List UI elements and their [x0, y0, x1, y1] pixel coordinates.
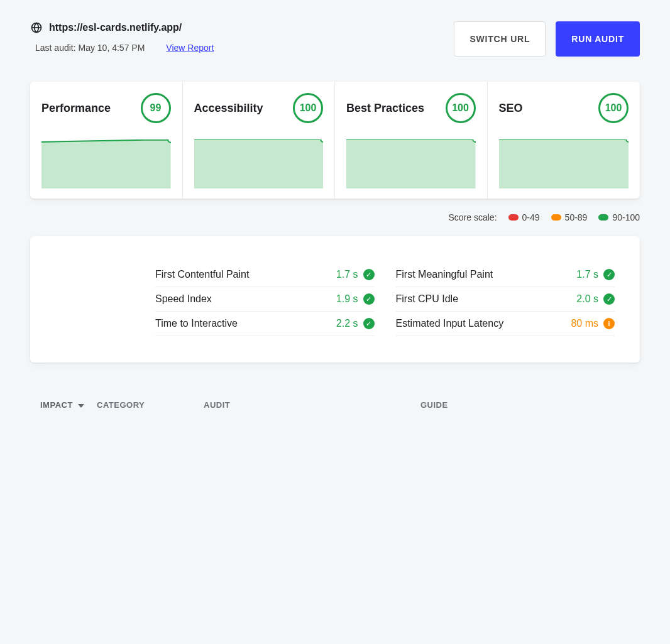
svg-marker-5	[346, 139, 476, 188]
page-header: https://esl-cards.netlify.app/ Last audi…	[30, 21, 640, 57]
metric-label: Time to Interactive	[155, 318, 238, 329]
score-card[interactable]: Accessibility 100	[183, 82, 336, 199]
metric-value: 2.2 s ✓	[336, 318, 375, 329]
sparkline-chart	[194, 139, 324, 188]
score-scale-label: Score scale:	[449, 212, 497, 222]
svg-point-2	[168, 139, 170, 143]
card-head: Best Practices 100	[346, 93, 476, 123]
card-head: Performance 99	[41, 93, 171, 123]
metric-label: Estimated Input Latency	[396, 318, 504, 329]
score-cards-row: Performance 99 Accessibility 100 Best Pr…	[30, 82, 640, 199]
card-head: SEO 100	[499, 93, 629, 123]
metric-value: 1.7 s ✓	[576, 269, 615, 280]
score-ring: 100	[446, 93, 476, 123]
metrics-col-left: First Contentful Paint 1.7 s ✓ Speed Ind…	[155, 263, 375, 336]
metric-row: Estimated Input Latency 80 ms i	[396, 312, 615, 336]
metric-label: Speed Index	[155, 293, 212, 305]
scale-mid-text: 50-89	[565, 212, 588, 222]
globe-icon	[30, 21, 43, 34]
metric-value: 2.0 s ✓	[576, 293, 615, 305]
th-audit: AUDIT	[204, 400, 420, 410]
metric-row: First Meaningful Paint 1.7 s ✓	[396, 263, 615, 287]
url-block: https://esl-cards.netlify.app/ Last audi…	[30, 21, 214, 53]
card-head: Accessibility 100	[194, 93, 324, 123]
metric-label: First Meaningful Paint	[396, 269, 493, 280]
header-buttons: SWITCH URL RUN AUDIT	[454, 21, 640, 57]
svg-point-4	[321, 139, 323, 142]
check-circle-icon: ✓	[603, 293, 615, 305]
run-audit-button[interactable]: RUN AUDIT	[556, 21, 640, 57]
score-card[interactable]: Performance 99	[30, 82, 183, 199]
score-scale-legend: Score scale: 0-49 50-89 90-100	[30, 212, 640, 222]
metric-value: 1.7 s ✓	[336, 269, 375, 280]
card-title: Accessibility	[194, 102, 263, 115]
card-title: Performance	[41, 102, 111, 115]
pill-red-icon	[508, 214, 519, 221]
sparkline-chart	[346, 139, 476, 188]
check-circle-icon: ✓	[603, 269, 615, 280]
metric-label: First Contentful Paint	[155, 269, 249, 280]
svg-marker-1	[41, 140, 171, 188]
scale-high: 90-100	[598, 212, 640, 222]
score-card[interactable]: Best Practices 100	[335, 82, 488, 199]
metric-row: First CPU Idle 2.0 s ✓	[396, 287, 615, 312]
th-impact[interactable]: IMPACT	[40, 400, 97, 410]
check-circle-icon: ✓	[363, 318, 375, 329]
metric-value: 80 ms i	[571, 318, 615, 329]
check-circle-icon: ✓	[363, 269, 375, 280]
last-audit-text: Last audit: May 10, 4:57 PM	[35, 43, 145, 53]
metric-row: Time to Interactive 2.2 s ✓	[155, 312, 375, 336]
svg-point-8	[626, 139, 629, 142]
score-ring: 99	[141, 93, 171, 123]
switch-url-button[interactable]: SWITCH URL	[454, 21, 546, 57]
score-ring: 100	[598, 93, 629, 123]
th-category: CATEGORY	[97, 400, 204, 410]
opportunities-table-header: IMPACT CATEGORY AUDIT GUIDE	[30, 400, 640, 410]
metrics-spacer	[55, 263, 134, 336]
pill-orange-icon	[551, 214, 561, 221]
sparkline-chart	[41, 139, 171, 188]
score-card[interactable]: SEO 100	[488, 82, 640, 199]
sparkline-chart	[499, 139, 629, 188]
metric-row: First Contentful Paint 1.7 s ✓	[155, 263, 375, 287]
metric-label: First CPU Idle	[396, 293, 459, 305]
metric-row: Speed Index 1.9 s ✓	[155, 287, 375, 312]
scale-mid: 50-89	[551, 212, 588, 222]
metrics-card: First Contentful Paint 1.7 s ✓ Speed Ind…	[30, 236, 640, 363]
audit-url: https://esl-cards.netlify.app/	[49, 22, 182, 33]
scale-low-text: 0-49	[522, 212, 540, 222]
metrics-col-right: First Meaningful Paint 1.7 s ✓ First CPU…	[396, 263, 615, 336]
card-title: SEO	[499, 102, 523, 115]
svg-marker-3	[194, 139, 324, 188]
view-report-link[interactable]: View Report	[166, 43, 214, 53]
th-guide: GUIDE	[420, 400, 630, 410]
scale-high-text: 90-100	[612, 212, 640, 222]
last-audit-line: Last audit: May 10, 4:57 PM View Report	[30, 43, 214, 53]
svg-point-6	[473, 139, 475, 142]
sort-desc-icon	[78, 400, 84, 410]
check-circle-icon: ✓	[363, 293, 375, 305]
svg-marker-7	[499, 139, 629, 188]
info-circle-icon: i	[603, 318, 615, 329]
th-impact-label: IMPACT	[40, 400, 73, 410]
scale-low: 0-49	[508, 212, 540, 222]
metric-value: 1.9 s ✓	[336, 293, 375, 305]
pill-green-icon	[598, 214, 608, 221]
url-line: https://esl-cards.netlify.app/	[30, 21, 214, 34]
card-title: Best Practices	[346, 102, 424, 115]
score-ring: 100	[293, 93, 323, 123]
